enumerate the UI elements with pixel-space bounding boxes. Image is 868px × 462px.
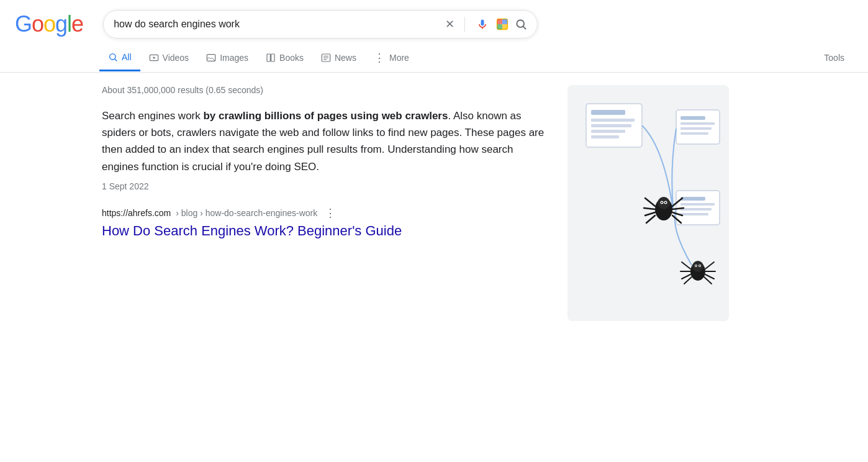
results-side [567,85,741,321]
tab-tools-label: Tools [824,53,844,63]
svg-rect-10 [267,54,270,61]
svg-rect-26 [680,197,705,201]
svg-rect-1 [497,19,502,24]
videos-icon [149,53,159,63]
svg-rect-2 [502,19,507,24]
svg-rect-4 [502,24,507,29]
tab-images-label: Images [220,53,248,63]
logo-letter-g: G [15,11,32,37]
logo-letter-o2: o [43,11,55,37]
logo-letter-g2: g [55,11,67,37]
logo-letter-o1: o [32,11,43,37]
tab-more[interactable]: ⋮ More [365,43,418,72]
svg-rect-23 [680,127,712,130]
search-bar[interactable]: ✕ [103,10,538,38]
tab-tools[interactable]: Tools [815,45,853,70]
tab-images[interactable]: Images [197,45,257,70]
microphone-icon[interactable] [475,17,490,32]
result-breadcrumb: › blog › how-do-search-engines-work [176,208,317,218]
all-icon [108,52,118,62]
search-result-1: https://ahrefs.com › blog › how-do-searc… [102,206,549,240]
svg-point-31 [658,197,670,209]
result-menu-dots-icon[interactable]: ⋮ [325,206,336,220]
svg-rect-20 [676,110,720,144]
featured-snippet: Search engines work by crawling billions… [102,107,549,191]
google-lens-icon[interactable] [495,17,510,32]
snippet-text: Search engines work by crawling billions… [102,107,549,175]
svg-point-35 [665,202,666,203]
svg-rect-19 [591,135,619,138]
svg-point-48 [695,265,697,266]
svg-marker-8 [153,57,155,59]
snippet-text-before: Search engines work [102,110,203,122]
tab-more-label: More [389,53,409,63]
result-url: https://ahrefs.com [102,208,171,218]
svg-point-49 [699,265,700,266]
svg-rect-17 [591,124,631,127]
news-icon [321,53,331,63]
tab-books[interactable]: Books [257,45,312,70]
tab-books-label: Books [279,53,304,63]
snippet-date: 1 Sept 2022 [102,181,549,191]
svg-rect-11 [271,54,274,61]
logo-letter-e: e [71,11,83,37]
tab-videos-label: Videos [163,53,189,63]
svg-rect-16 [591,119,635,122]
svg-point-45 [692,261,703,272]
results-main: About 351,000,000 results (0.65 seconds)… [102,85,549,321]
results-area: About 351,000,000 results (0.65 seconds)… [0,73,868,333]
svg-rect-21 [680,116,705,120]
svg-point-34 [661,202,662,203]
header: G o o g l e ✕ [0,0,868,38]
search-input[interactable] [114,19,440,30]
svg-rect-28 [680,208,712,211]
books-icon [266,53,276,63]
search-bar-wrapper: ✕ [103,10,538,38]
search-submit-icon[interactable] [515,18,527,30]
more-icon: ⋮ [374,51,386,65]
logo-letter-l: l [67,11,71,37]
svg-rect-22 [680,122,715,125]
svg-rect-15 [591,110,625,115]
tab-all-label: All [122,52,132,62]
svg-rect-27 [680,203,715,206]
nav-tabs: All Videos Images Books [0,43,868,73]
tab-news-label: News [335,53,356,63]
result-title-link[interactable]: How Do Search Engines Work? Beginner's G… [102,223,402,238]
tab-news[interactable]: News [312,45,365,70]
svg-rect-3 [497,24,502,29]
tab-all[interactable]: All [99,45,140,71]
crawler-illustration [567,85,729,321]
google-logo[interactable]: G o o g l e [15,11,83,37]
clear-icon[interactable]: ✕ [445,17,454,31]
svg-rect-24 [680,132,708,135]
tab-videos[interactable]: Videos [140,45,198,70]
svg-rect-29 [680,213,708,215]
result-url-row: https://ahrefs.com › blog › how-do-searc… [102,206,549,220]
snippet-text-bold: by crawling billions of pages using web … [203,110,448,122]
images-icon [206,53,216,63]
search-divider [464,17,465,32]
results-count: About 351,000,000 results (0.65 seconds) [102,85,549,95]
svg-rect-18 [591,130,625,133]
